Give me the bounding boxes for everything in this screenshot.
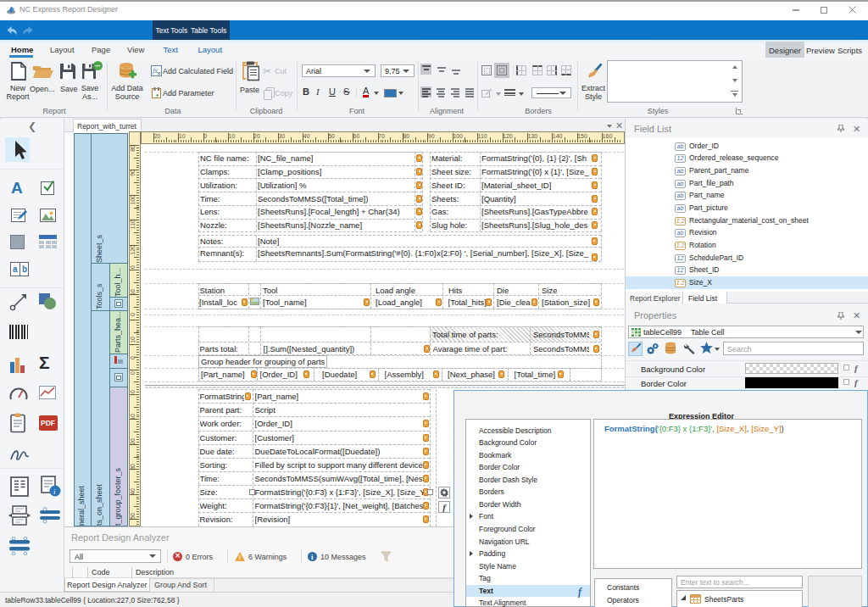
- svg-text:fx: fx: [153, 67, 158, 75]
